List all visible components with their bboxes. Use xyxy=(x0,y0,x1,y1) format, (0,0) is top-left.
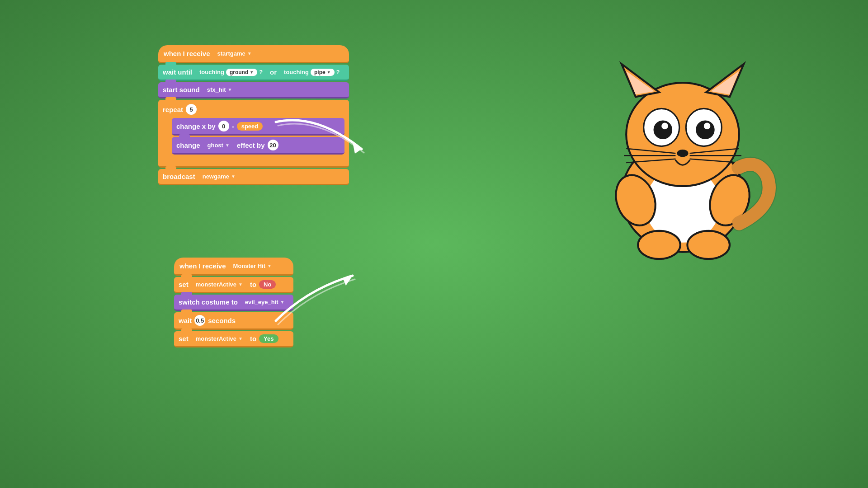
top-block-stack: when I receive startgame ▼ wait until to… xyxy=(158,45,349,185)
hat-block-monsterhit[interactable]: when I receive Monster Hit ▼ xyxy=(174,258,293,276)
monsteractive-var-pill[interactable]: monsterActive ▼ xyxy=(191,280,247,289)
hat-block-startgame[interactable]: when I receive startgame ▼ xyxy=(158,45,349,63)
yes-value-pill[interactable]: Yes xyxy=(259,334,278,343)
svg-point-15 xyxy=(677,150,689,157)
speed-pill[interactable]: speed xyxy=(237,122,263,131)
wait-seconds-block[interactable]: wait 0.5 seconds xyxy=(174,312,293,330)
event-pill-startgame[interactable]: startgame ▼ xyxy=(213,49,256,58)
set-monsteractive-no-block[interactable]: set monsterActive ▼ to No xyxy=(174,277,293,293)
effect-name-pill[interactable]: ghost ▼ xyxy=(203,141,234,150)
touching-pipe-pill[interactable]: touching pipe ▼ ? xyxy=(279,68,344,77)
change-x-block[interactable]: change x by 0 - speed xyxy=(172,118,344,136)
repeat-block[interactable]: repeat 5 change x by 0 - speed change gh… xyxy=(158,100,349,168)
scratch-cat xyxy=(588,45,778,280)
svg-point-4 xyxy=(626,83,739,186)
svg-point-11 xyxy=(654,120,673,139)
svg-point-14 xyxy=(704,123,711,130)
switch-costume-block[interactable]: switch costume to evil_eye_hit ▼ xyxy=(174,295,293,311)
event-pill-monsterhit[interactable]: Monster Hit ▼ xyxy=(229,262,276,270)
svg-marker-0 xyxy=(353,142,362,154)
change-effect-block[interactable]: change ghost ▼ effect by 20 xyxy=(172,137,344,155)
costume-name-pill[interactable]: evil_eye_hit ▼ xyxy=(241,298,289,306)
monsteractive-var2-pill[interactable]: monsterActive ▼ xyxy=(191,334,247,343)
bottom-block-stack: when I receive Monster Hit ▼ set monster… xyxy=(174,258,293,347)
svg-marker-1 xyxy=(343,276,353,286)
start-sound-block[interactable]: start sound sfx_hit ▼ xyxy=(158,82,349,99)
hat-label: when I receive xyxy=(164,50,210,57)
touching-ground-pill[interactable]: touching ground ▼ ? xyxy=(195,68,267,77)
set-monsteractive-yes-block[interactable]: set monsterActive ▼ to Yes xyxy=(174,331,293,347)
svg-point-24 xyxy=(638,231,680,259)
broadcast-block[interactable]: broadcast newgame ▼ xyxy=(158,169,349,185)
svg-point-25 xyxy=(687,231,730,259)
sound-name-pill[interactable]: sfx_hit ▼ xyxy=(203,85,237,94)
broadcast-msg-pill[interactable]: newgame ▼ xyxy=(198,172,240,181)
svg-point-13 xyxy=(661,123,668,130)
no-value-pill[interactable]: No xyxy=(259,280,276,289)
wait-until-block[interactable]: wait until touching ground ▼ ? or touchi… xyxy=(158,65,349,81)
svg-point-12 xyxy=(696,120,715,139)
